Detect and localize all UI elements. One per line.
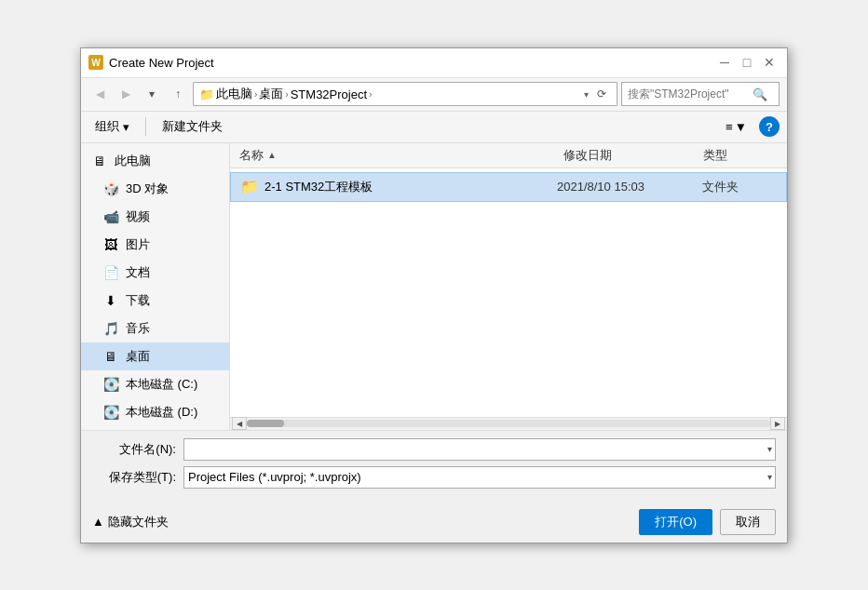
download-icon: ⬇ [102, 291, 120, 310]
action-buttons: 打开(O) 取消 [639, 509, 776, 535]
dropdown-button[interactable]: ▾ [141, 83, 163, 105]
title-controls: ─ □ ✕ [714, 52, 780, 73]
open-button[interactable]: 打开(O) [639, 509, 712, 535]
navigation-toolbar: ◀ ▶ ▾ ↑ 📁 此电脑 › 桌面 › STM32Project › ▾ [81, 78, 787, 112]
image-icon: 🖼 [102, 235, 120, 254]
sep2: › [285, 89, 288, 100]
file-table-header: 名称 ▲ 修改日期 类型 [230, 143, 787, 168]
hide-folders-icon: ▲ [92, 515, 104, 529]
up-button[interactable]: ↑ [167, 83, 189, 105]
view-button[interactable]: ≡ ▼ [719, 117, 753, 137]
search-bar[interactable]: 🔍 [621, 82, 780, 106]
sidebar-item-drive-c[interactable]: 💽 本地磁盘 (C:) [81, 370, 229, 398]
folder-item-icon: 📁 [240, 178, 259, 196]
secondary-toolbar: 组织 ▾ 新建文件夹 ≡ ▼ ? [81, 112, 787, 143]
app-icon: W [88, 55, 103, 70]
title-bar-left: W Create New Project [88, 55, 214, 70]
filename-input-wrapper: ▾ [183, 438, 776, 461]
filetype-select[interactable]: Project Files (*.uvproj; *.uvprojx) [183, 466, 776, 489]
column-name-header[interactable]: 名称 ▲ [239, 147, 563, 164]
view-dropdown-icon: ▼ [735, 120, 747, 134]
sep3: › [369, 89, 372, 100]
video-icon: 📹 [102, 208, 120, 226]
address-desktop: 桌面 [259, 86, 283, 102]
sidebar-item-download[interactable]: ⬇ 下载 [81, 287, 229, 315]
sidebar-item-pc[interactable]: 🖥 此电脑 [81, 147, 229, 175]
desktop-icon: 🖥 [102, 347, 120, 366]
doc-icon: 📄 [102, 263, 120, 282]
hide-folders-label: 隐藏文件夹 [108, 514, 169, 530]
maximize-button[interactable]: □ [737, 52, 757, 73]
search-button[interactable]: 🔍 [753, 87, 767, 101]
minimize-button[interactable]: ─ [714, 52, 735, 73]
hide-folders-button[interactable]: ▲ 隐藏文件夹 [92, 514, 169, 530]
address-project: STM32Project [291, 87, 367, 101]
sidebar-item-desktop[interactable]: 🖥 桌面 [81, 342, 229, 370]
address-pc: 📁 此电脑 [199, 86, 252, 102]
sort-arrow: ▲ [267, 150, 277, 160]
sidebar-item-doc[interactable]: 📄 文档 [81, 259, 229, 287]
sidebar-item-image[interactable]: 🖼 图片 [81, 231, 229, 259]
sidebar-item-3d[interactable]: 🎲 3D 对象 [81, 175, 229, 203]
address-parts: 📁 此电脑 › 桌面 › STM32Project › [199, 86, 580, 102]
help-button[interactable]: ? [759, 116, 780, 137]
sep1: › [254, 89, 257, 100]
filetype-row: 保存类型(T): Project Files (*.uvproj; *.uvpr… [92, 466, 776, 489]
column-type-header[interactable]: 类型 [703, 147, 778, 164]
sidebar-item-music[interactable]: 🎵 音乐 [81, 315, 229, 342]
folder-icon: 📁 [199, 87, 214, 101]
view-icon: ≡ [726, 120, 733, 134]
filetype-select-wrapper: Project Files (*.uvproj; *.uvprojx) ▾ [183, 466, 776, 489]
new-folder-button[interactable]: 新建文件夹 [156, 115, 229, 138]
file-row-type: 文件夹 [702, 179, 777, 195]
filename-input[interactable] [183, 438, 776, 461]
drive-d-icon: 💽 [102, 403, 120, 422]
drive-c-icon: 💽 [102, 375, 120, 394]
file-list: 📁 2-1 STM32工程模板 2021/8/10 15:03 文件夹 [230, 168, 787, 417]
address-dropdown-arrow[interactable]: ▾ [584, 89, 589, 100]
filetype-label: 保存类型(T): [92, 469, 176, 486]
horizontal-scrollbar[interactable]: ◀ ▶ [230, 417, 787, 430]
3d-icon: 🎲 [102, 180, 120, 198]
file-row-date: 2021/8/10 15:03 [557, 180, 697, 194]
filename-row: 文件名(N): ▾ [92, 438, 776, 461]
refresh-button[interactable]: ⟳ [592, 85, 611, 103]
organize-dropdown-icon: ▾ [123, 120, 129, 134]
scroll-left-button[interactable]: ◀ [232, 417, 247, 430]
file-row-name: 2-1 STM32工程模板 [264, 179, 551, 195]
sidebar: 🖥 此电脑 🎲 3D 对象 📹 视频 🖼 图片 📄 文档 ⬇ 下载 [81, 143, 230, 430]
music-icon: 🎵 [102, 319, 120, 338]
filename-label: 文件名(N): [92, 441, 176, 458]
scroll-thumb [247, 420, 284, 427]
toolbar2-right: ≡ ▼ ? [719, 116, 780, 137]
main-content: 🖥 此电脑 🎲 3D 对象 📹 视频 🖼 图片 📄 文档 ⬇ 下载 [81, 143, 787, 430]
sidebar-item-video[interactable]: 📹 视频 [81, 203, 229, 231]
address-bar[interactable]: 📁 此电脑 › 桌面 › STM32Project › ▾ ⟳ [193, 82, 617, 106]
sidebar-item-drive-d[interactable]: 💽 本地磁盘 (D:) [81, 398, 229, 426]
cancel-button[interactable]: 取消 [720, 509, 776, 535]
title-bar: W Create New Project ─ □ ✕ [81, 48, 787, 78]
file-row[interactable]: 📁 2-1 STM32工程模板 2021/8/10 15:03 文件夹 [230, 172, 787, 202]
back-button[interactable]: ◀ [88, 83, 111, 105]
dialog-title: Create New Project [109, 56, 214, 70]
scroll-track[interactable] [247, 420, 770, 427]
footer-inputs: 文件名(N): ▾ 保存类型(T): Project Files (*.uvpr… [81, 430, 787, 502]
pc-icon: 🖥 [90, 152, 109, 170]
close-button[interactable]: ✕ [759, 52, 780, 73]
toolbar-separator [145, 117, 146, 136]
file-area: 名称 ▲ 修改日期 类型 📁 2-1 STM32工程模板 2021/8/10 1… [230, 143, 787, 430]
dialog-window: W Create New Project ─ □ ✕ ◀ ▶ ▾ ↑ 📁 此电脑… [80, 47, 788, 543]
bottom-bar: ▲ 隐藏文件夹 打开(O) 取消 [81, 502, 787, 543]
organize-button[interactable]: 组织 ▾ [88, 115, 136, 138]
scroll-right-button[interactable]: ▶ [770, 417, 785, 430]
forward-button[interactable]: ▶ [115, 83, 137, 105]
search-input[interactable] [628, 87, 749, 101]
column-date-header[interactable]: 修改日期 [563, 147, 703, 164]
